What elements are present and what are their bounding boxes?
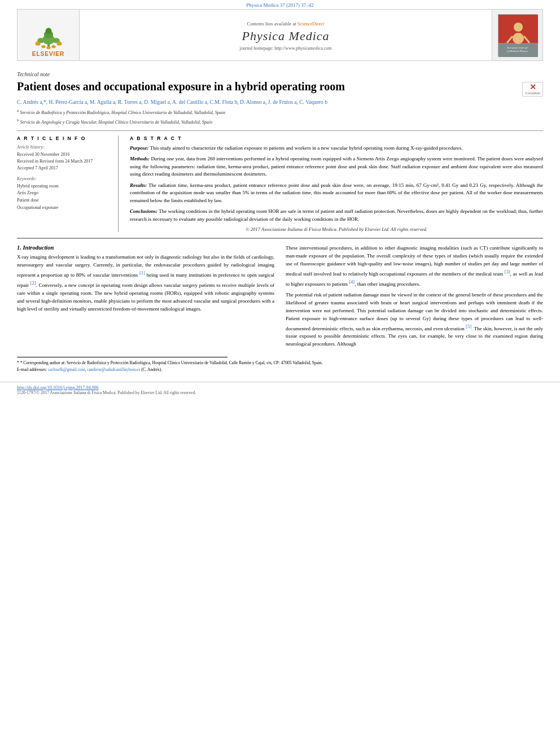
footnote-divider [17, 357, 228, 357]
introduction-right-col: These interventional procedures, in addi… [286, 244, 543, 351]
journal-right-logo: European Journalof Medical Physics [492, 10, 542, 60]
main-content: Technical note Patient doses and occupat… [0, 61, 560, 378]
conclusions-label: Conclusions: [130, 208, 158, 214]
abstract-conclusions: Conclusions: The working conditions in t… [130, 208, 543, 223]
ref-5[interactable]: [5] [466, 324, 471, 329]
elsevier-wordmark: ELSEVIER [32, 51, 64, 57]
keywords-label: Keywords: [17, 176, 111, 181]
journal-thumbnail: European Journalof Medical Physics [498, 14, 537, 56]
elsevier-tree-icon [29, 24, 68, 50]
elsevier-brand: ELSEVIER [29, 24, 68, 57]
received-date: Received 30 November 2016 [17, 151, 111, 158]
svg-point-14 [513, 33, 524, 44]
keyword-4: Occupational exposure [17, 204, 111, 212]
ref-2[interactable]: [2] [30, 280, 36, 286]
footnotes-section: * * Corresponding author at: Servicio de… [17, 357, 543, 373]
conclusions-text: The working conditions in the hybrid ope… [130, 208, 543, 222]
ref-1[interactable]: [1] [139, 270, 145, 276]
page-footer: http://dx.doi.org/10.1016/j.ejmp.2017.04… [0, 382, 560, 397]
article-info-heading: A R T I C L E I N F O [17, 136, 111, 141]
abstract-results: Results: The radiation time, kerma-area … [130, 182, 543, 205]
issn-text: 1120-1797/© 2017 Associazione Italiana d… [17, 390, 543, 395]
journal-citation: Physica Medica 37 (2017) 37–42 [246, 2, 313, 8]
abstract-heading: A B S T R A C T [130, 136, 543, 141]
accepted-date: Accepted 7 April 2017 [17, 165, 111, 172]
copyright-line: © 2017 Associazione Italiana di Fisica M… [130, 226, 543, 232]
email-1-link[interactable]: carlosrfk@gmail.com [48, 367, 85, 372]
introduction-left-col: 1. Introduction X-ray imaging developmen… [17, 244, 274, 351]
keyword-1: Hybrid operating room [17, 183, 111, 190]
email-2-link[interactable]: candresr@saludcastillayleon.es [87, 367, 140, 372]
section-type-label: Technical note [17, 71, 543, 77]
article-title: Patient doses and occupational exposure … [17, 80, 517, 94]
elsevier-logo: ELSEVIER [18, 10, 80, 60]
svg-point-10 [46, 46, 50, 49]
svg-point-8 [41, 45, 45, 48]
purpose-text: This study aimed to characterize the rad… [150, 145, 463, 151]
sciencedirect-link[interactable]: ScienceDirect [298, 21, 325, 27]
doi-link[interactable]: http://dx.doi.org/10.1016/j.ejmp.2017.04… [17, 385, 99, 390]
results-text: The radiation time, kerma-area product, … [130, 182, 543, 203]
homepage-line: journal homepage: http://www.physicamedi… [240, 46, 332, 51]
header-section: ELSEVIER Contents lists available at Sci… [17, 9, 543, 61]
revised-date: Received in Revised form 24 March 2017 [17, 158, 111, 165]
abstract-purpose: Purpose: This study aimed to characteriz… [130, 145, 543, 152]
intro-paragraph-1: X-ray imaging development is leading to … [17, 254, 274, 313]
header-divider [17, 130, 543, 131]
abstract-column: A B S T R A C T Purpose: This study aime… [130, 136, 543, 233]
keyword-3: Patient dose [17, 197, 111, 204]
methods-text: During one year, data from 260 intervent… [130, 156, 543, 177]
methods-label: Methods: [130, 156, 150, 161]
section-divider [17, 238, 543, 239]
svg-point-6 [35, 42, 40, 46]
crossmark-badge[interactable]: ✕ CrossMark [522, 82, 543, 97]
journal-center: Contents lists available at ScienceDirec… [80, 10, 492, 60]
svg-point-7 [56, 42, 62, 46]
svg-point-9 [51, 45, 55, 48]
authors-line: C. Andrés a,*, H. Pérez-García a, M. Agu… [17, 98, 543, 106]
intro-paragraph-right-1: These interventional procedures, in addi… [286, 244, 543, 289]
intro-paragraph-right-2: The potential risk of patient radiation … [286, 291, 543, 349]
contents-available-text: Contents lists available at ScienceDirec… [247, 21, 325, 27]
article-info-abstract-section: A R T I C L E I N F O Article history: R… [17, 136, 543, 233]
purpose-label: Purpose: [130, 145, 149, 151]
ref-4[interactable]: [4] [349, 279, 355, 285]
affiliation-b: b Servicio de Angiología y Cirugía Vascu… [17, 117, 543, 126]
journal-title: Physica Medica [242, 29, 329, 43]
corresponding-author-note: * * Corresponding author at: Servicio de… [17, 360, 543, 366]
ref-3[interactable]: [3] [505, 269, 510, 274]
crossmark-icon: ✕ [530, 84, 536, 91]
email-note: E-mail addresses: carlosrfk@gmail.com, c… [17, 366, 543, 373]
article-info-column: A R T I C L E I N F O Article history: R… [17, 136, 119, 233]
article-history-label: Article history: [17, 145, 111, 150]
introduction-section: 1. Introduction X-ray imaging developmen… [17, 244, 543, 351]
svg-point-13 [514, 23, 523, 32]
introduction-heading: 1. Introduction [17, 244, 274, 251]
abstract-methods: Methods: During one year, data from 260 … [130, 155, 543, 178]
journal-thumb-title: European Journalof Medical Physics [505, 45, 529, 54]
results-label: Results: [130, 182, 147, 188]
affiliation-a: a Servicio de Radiofísica y Protección R… [17, 108, 543, 116]
journal-bar: Physica Medica 37 (2017) 37–42 [0, 0, 560, 9]
svg-point-3 [45, 28, 51, 34]
keyword-2: Artis Zeego [17, 190, 111, 197]
crossmark-label: CrossMark [525, 91, 540, 95]
